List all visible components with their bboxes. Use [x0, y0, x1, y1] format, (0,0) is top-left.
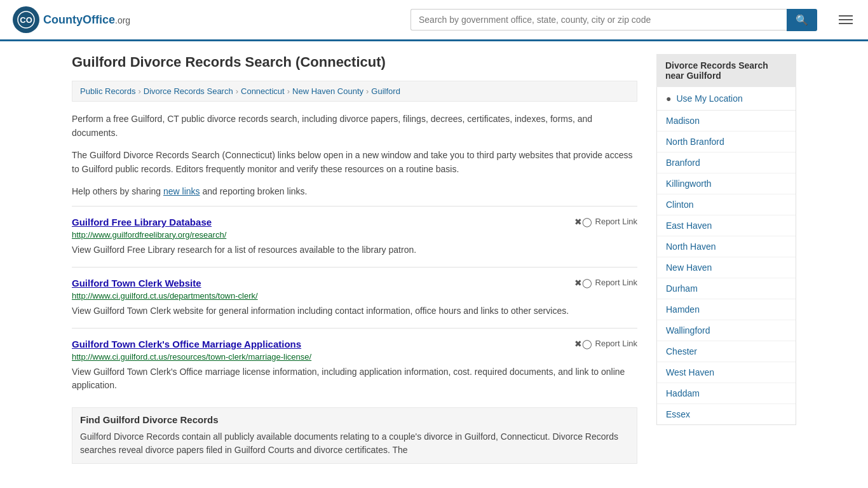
- breadcrumb-connecticut[interactable]: Connecticut: [241, 86, 285, 96]
- report-link-1[interactable]: ✖◯ Report Link: [574, 278, 637, 288]
- sidebar-location-link[interactable]: Durham: [657, 278, 796, 299]
- breadcrumb-sep-3: ›: [287, 86, 290, 96]
- report-icon-2: ✖◯: [574, 339, 592, 349]
- description-1: Perform a free Guilford, CT public divor…: [72, 112, 637, 140]
- result-item: Guilford Free Library Database ✖◯ Report…: [72, 206, 637, 267]
- sidebar-list: ● Use My Location MadisonNorth BranfordB…: [656, 87, 796, 425]
- breadcrumb: Public Records › Divorce Records Search …: [72, 81, 637, 102]
- find-section: Find Guilford Divorce Records Guilford D…: [72, 407, 637, 464]
- result-description: View Guilford Town Clerk's Office marria…: [72, 365, 637, 392]
- breadcrumb-divorce-records-search[interactable]: Divorce Records Search: [144, 86, 233, 96]
- report-link-2[interactable]: ✖◯ Report Link: [574, 339, 637, 349]
- new-links-link[interactable]: new links: [163, 186, 200, 196]
- page-title: Guilford Divorce Records Search (Connect…: [72, 54, 637, 71]
- breadcrumb-guilford[interactable]: Guilford: [371, 86, 400, 96]
- svg-text:CO: CO: [20, 15, 32, 25]
- content-area: Guilford Divorce Records Search (Connect…: [72, 54, 637, 464]
- result-header: Guilford Free Library Database ✖◯ Report…: [72, 217, 637, 230]
- result-header: Guilford Town Clerk's Office Marriage Ap…: [72, 339, 637, 352]
- description-2: The Guilford Divorce Records Search (Con…: [72, 148, 637, 177]
- sidebar-location-link[interactable]: Essex: [657, 404, 796, 424]
- sidebar-location-link[interactable]: North Haven: [657, 236, 796, 257]
- site-header: CO CountyOffice.org 🔍: [0, 0, 868, 41]
- result-url[interactable]: http://www.ci.guilford.ct.us/departments…: [72, 291, 637, 301]
- logo-text: CountyOffice.org: [43, 13, 130, 27]
- sidebar-location-link[interactable]: West Haven: [657, 362, 796, 383]
- logo-link[interactable]: CO CountyOffice.org: [13, 6, 130, 33]
- breadcrumb-sep-1: ›: [138, 86, 140, 96]
- search-input[interactable]: [410, 9, 787, 30]
- sidebar-location-link[interactable]: Branford: [657, 152, 796, 173]
- result-url[interactable]: http://www.ci.guilford.ct.us/resources/t…: [72, 352, 637, 362]
- sidebar-location-link[interactable]: Wallingford: [657, 320, 796, 341]
- search-button[interactable]: 🔍: [787, 9, 817, 31]
- sidebar-location-link[interactable]: Hamden: [657, 299, 796, 320]
- breadcrumb-sep-4: ›: [366, 86, 369, 96]
- location-pin-icon: ●: [666, 93, 671, 104]
- result-description: View Guilford Free Library research for …: [72, 243, 637, 257]
- result-header: Guilford Town Clerk Website ✖◯ Report Li…: [72, 278, 637, 291]
- hamburger-menu-button[interactable]: [836, 13, 855, 27]
- result-title-link[interactable]: Guilford Town Clerk Website: [72, 278, 201, 288]
- logo-icon: CO: [13, 6, 39, 33]
- sidebar-location-link[interactable]: Clinton: [657, 194, 796, 215]
- sidebar-location-link[interactable]: New Haven: [657, 257, 796, 278]
- result-title-link[interactable]: Guilford Free Library Database: [72, 217, 212, 227]
- sidebar-locations: MadisonNorth BranfordBranfordKillingwort…: [657, 111, 796, 424]
- result-description: View Guilford Town Clerk website for gen…: [72, 304, 637, 318]
- search-icon: 🔍: [796, 15, 808, 25]
- sidebar-title: Divorce Records Search near Guilford: [656, 54, 796, 87]
- description-3: Help others by sharing new links and rep…: [72, 184, 637, 198]
- breadcrumb-sep-2: ›: [236, 86, 238, 96]
- sidebar-location-link[interactable]: Chester: [657, 341, 796, 362]
- sidebar: Divorce Records Search near Guilford ● U…: [656, 54, 796, 464]
- sidebar-location-link[interactable]: Haddam: [657, 383, 796, 404]
- main-container: Guilford Divorce Records Search (Connect…: [59, 41, 809, 477]
- sidebar-location-link[interactable]: North Branford: [657, 132, 796, 152]
- search-area: 🔍: [410, 9, 817, 31]
- results-container: Guilford Free Library Database ✖◯ Report…: [72, 206, 637, 402]
- result-item: Guilford Town Clerk Website ✖◯ Report Li…: [72, 267, 637, 328]
- report-icon-0: ✖◯: [574, 217, 592, 227]
- sidebar-location-link[interactable]: Madison: [657, 111, 796, 132]
- find-section-text: Guilford Divorce Records contain all pub…: [80, 430, 629, 457]
- menu-line-2: [839, 19, 853, 20]
- result-url[interactable]: http://www.guilfordfreelibrary.org/resea…: [72, 230, 637, 240]
- breadcrumb-new-haven-county[interactable]: New Haven County: [292, 86, 363, 96]
- sidebar-location-link[interactable]: East Haven: [657, 215, 796, 236]
- result-title-link[interactable]: Guilford Town Clerk's Office Marriage Ap…: [72, 339, 301, 349]
- sidebar-location-link[interactable]: Killingworth: [657, 173, 796, 194]
- find-section-title: Find Guilford Divorce Records: [80, 414, 629, 425]
- result-item: Guilford Town Clerk's Office Marriage Ap…: [72, 328, 637, 402]
- use-my-location-button[interactable]: ● Use My Location: [657, 87, 796, 111]
- menu-line-3: [839, 23, 853, 24]
- menu-line-1: [839, 15, 853, 17]
- report-icon-1: ✖◯: [574, 278, 592, 288]
- breadcrumb-public-records[interactable]: Public Records: [80, 86, 135, 96]
- report-link-0[interactable]: ✖◯ Report Link: [574, 217, 637, 227]
